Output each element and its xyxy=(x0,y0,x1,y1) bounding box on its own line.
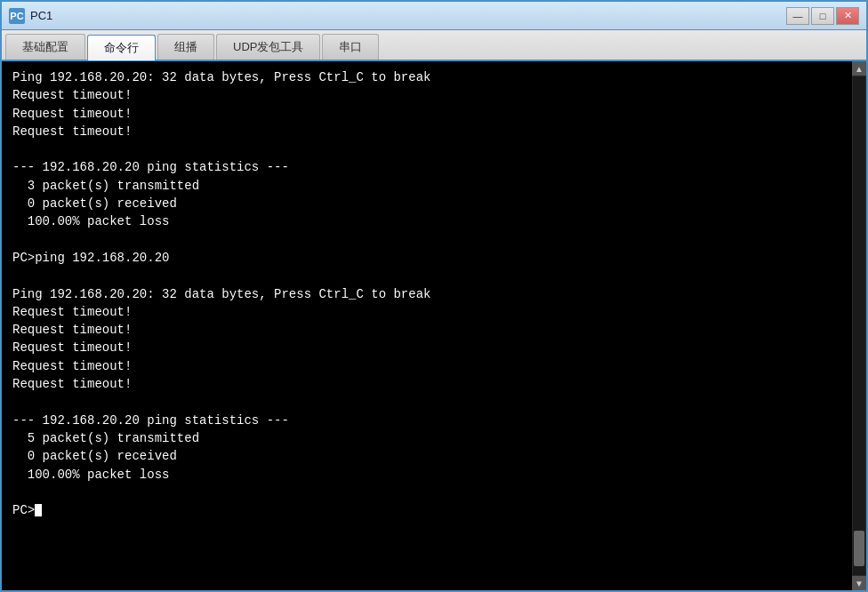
scrollbar[interactable]: ▲ ▼ xyxy=(852,61,866,590)
tab-bar: 基础配置 命令行 组播 UDP发包工具 串口 xyxy=(2,30,866,61)
window-icon: PC xyxy=(9,8,25,24)
tab-udp[interactable]: UDP发包工具 xyxy=(216,34,320,60)
scroll-thumb[interactable] xyxy=(854,531,864,566)
tab-basic[interactable]: 基础配置 xyxy=(5,34,85,60)
cursor-blink xyxy=(35,504,42,516)
terminal-output: Ping 192.168.20.20: 32 data bytes, Press… xyxy=(12,68,856,583)
main-window: PC PC1 — □ ✕ 基础配置 命令行 组播 UDP发包工具 串口 Ping… xyxy=(0,0,868,592)
minimize-button[interactable]: — xyxy=(786,7,809,25)
title-bar: PC PC1 — □ ✕ xyxy=(2,2,866,30)
close-button[interactable]: ✕ xyxy=(836,7,859,25)
maximize-button[interactable]: □ xyxy=(811,7,834,25)
scroll-track[interactable] xyxy=(853,76,865,575)
tab-cmd[interactable]: 命令行 xyxy=(87,35,156,60)
tab-serial[interactable]: 串口 xyxy=(322,34,379,60)
title-left: PC PC1 xyxy=(9,8,52,24)
terminal-area[interactable]: Ping 192.168.20.20: 32 data bytes, Press… xyxy=(2,61,866,590)
window-title: PC1 xyxy=(30,9,52,22)
window-controls: — □ ✕ xyxy=(786,7,859,25)
scroll-up-button[interactable]: ▲ xyxy=(852,61,866,76)
tab-multicast[interactable]: 组播 xyxy=(157,34,214,60)
scroll-down-button[interactable]: ▼ xyxy=(852,576,866,590)
